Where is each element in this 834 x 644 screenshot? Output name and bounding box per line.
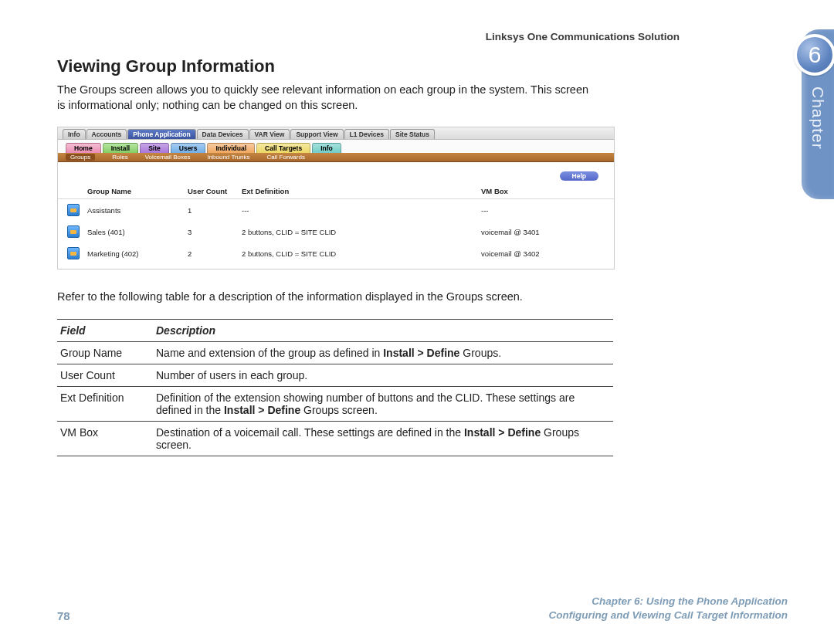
page-footer: 78 Chapter 6: Using the Phone Applicatio… xyxy=(57,595,788,622)
table-row: VM BoxDestination of a voicemail call. T… xyxy=(57,421,613,456)
col-group-name: Group Name xyxy=(87,187,188,195)
footer-topic-line: Configuring and Viewing Call Target Info… xyxy=(549,608,788,622)
field-description-table: Field Description Group NameName and ext… xyxy=(57,319,613,456)
mid-tab[interactable]: Users xyxy=(171,143,206,153)
cell-description: Definition of the extension showing numb… xyxy=(153,386,613,421)
mid-tab[interactable]: Individual xyxy=(207,143,255,153)
sub-nav-item[interactable]: Roles xyxy=(112,154,127,161)
table-row: User CountNumber of users in each group. xyxy=(57,364,613,386)
cell-ext-definition: 2 buttons, CLID = SITE CLID xyxy=(242,249,481,258)
top-tab[interactable]: Site Status xyxy=(390,129,435,139)
col-user-count: User Count xyxy=(188,187,242,195)
cell-description: Name and extension of the group as defin… xyxy=(153,341,613,364)
th-field: Field xyxy=(57,319,153,341)
chapter-label: Chapter xyxy=(809,86,827,150)
cell-vm-box: --- xyxy=(481,206,612,215)
group-icon xyxy=(67,204,80,216)
groups-screen-mock: InfoAccountsPhone ApplicationData Device… xyxy=(57,127,615,269)
mid-tab[interactable]: Call Targets xyxy=(256,143,310,153)
help-button[interactable]: Help xyxy=(560,171,598,181)
group-icon xyxy=(67,225,80,238)
cell-user-count: 3 xyxy=(188,228,242,236)
col-vm-box: VM Box xyxy=(481,187,612,195)
sub-nav-item[interactable]: Voicemail Boxes xyxy=(145,154,191,161)
table-row: Group NameName and extension of the grou… xyxy=(57,341,613,364)
grid-data-row: Marketing (402)22 buttons, CLID = SITE C… xyxy=(58,242,614,264)
document-page: Linksys One Communications Solution View… xyxy=(0,0,726,472)
grid-header-row: Group Name User Count Ext Definition VM … xyxy=(58,184,614,199)
cell-vm-box: voicemail @ 3402 xyxy=(481,249,612,258)
cell-field: User Count xyxy=(57,364,153,386)
top-tab[interactable]: Data Devices xyxy=(197,129,249,139)
cell-group-name: Sales (401) xyxy=(87,228,188,236)
cell-group-name: Marketing (402) xyxy=(87,249,188,258)
page-number: 78 xyxy=(57,609,70,622)
sub-nav-item[interactable]: Groups xyxy=(66,154,95,161)
cell-description: Number of users in each group. xyxy=(153,364,613,386)
cell-user-count: 1 xyxy=(188,206,242,215)
lead-in-paragraph: Refer to the following table for a descr… xyxy=(57,290,598,305)
intro-paragraph: The Groups screen allows you to quickly … xyxy=(57,83,598,113)
top-tab[interactable]: Phone Application xyxy=(127,129,195,139)
top-tab[interactable]: Accounts xyxy=(86,129,127,139)
chapter-thumb-tab: 6 Chapter xyxy=(802,29,834,199)
sub-nav-bar: GroupsRolesVoicemail BoxesInbound Trunks… xyxy=(58,153,614,162)
mid-tab-bar: HomeInstallSiteUsersIndividualCall Targe… xyxy=(58,140,614,153)
top-tab[interactable]: Info xyxy=(63,129,86,139)
th-description: Description xyxy=(153,319,613,341)
cell-field: VM Box xyxy=(57,421,153,456)
mid-tab[interactable]: Info xyxy=(312,143,341,153)
cell-ext-definition: --- xyxy=(242,206,481,215)
mock-body: Help Group Name User Count Ext Definitio… xyxy=(58,162,614,269)
grid-data-row: Assistants1------ xyxy=(58,199,614,221)
cell-vm-box: voicemail @ 3401 xyxy=(481,228,612,236)
cell-description: Destination of a voicemail call. These s… xyxy=(153,421,613,456)
sub-nav-item[interactable]: Inbound Trunks xyxy=(207,154,249,161)
cell-group-name: Assistants xyxy=(87,206,188,215)
top-tab[interactable]: Support View xyxy=(290,129,343,139)
top-tab[interactable]: L1 Devices xyxy=(344,129,389,139)
footer-chapter-line: Chapter 6: Using the Phone Application xyxy=(549,595,788,608)
col-ext-definition: Ext Definition xyxy=(242,187,481,195)
grid-data-row: Sales (401)32 buttons, CLID = SITE CLIDv… xyxy=(58,221,614,242)
cell-field: Group Name xyxy=(57,341,153,364)
top-tab[interactable]: VAR View xyxy=(249,129,290,139)
sub-nav-item[interactable]: Call Forwards xyxy=(267,154,305,161)
cell-field: Ext Definition xyxy=(57,386,153,421)
cell-ext-definition: 2 buttons, CLID = SITE CLID xyxy=(242,228,481,236)
cell-user-count: 2 xyxy=(188,249,242,258)
group-icon xyxy=(67,247,80,259)
footer-right: Chapter 6: Using the Phone Application C… xyxy=(549,595,788,622)
chapter-number-badge: 6 xyxy=(794,34,834,76)
help-button-row: Help xyxy=(58,168,614,184)
section-title: Viewing Group Information xyxy=(57,56,680,76)
mid-tab[interactable]: Site xyxy=(140,143,169,153)
mid-tab[interactable]: Home xyxy=(66,143,101,153)
table-row: Ext DefinitionDefinition of the extensio… xyxy=(57,386,613,421)
top-tab-bar: InfoAccountsPhone ApplicationData Device… xyxy=(58,127,614,140)
header-product: Linksys One Communications Solution xyxy=(57,31,680,42)
mid-tab[interactable]: Install xyxy=(103,143,139,153)
